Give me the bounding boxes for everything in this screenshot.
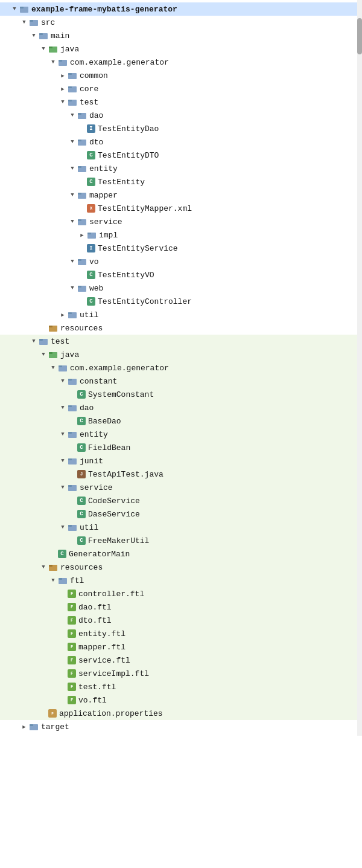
dto-arrow[interactable]: [68, 137, 77, 147]
root-arrow[interactable]: [10, 4, 19, 14]
generator-main-item[interactable]: C GeneratorMain: [0, 547, 362, 561]
constant-item[interactable]: constant: [0, 375, 362, 388]
test-entity-dao-item[interactable]: I TestEntityDao: [0, 122, 362, 135]
src-arrow[interactable]: [19, 18, 29, 27]
controller-ftl-item[interactable]: F controller.ftl: [0, 587, 362, 600]
svg-rect-27: [87, 233, 91, 234]
dao-test-item[interactable]: dao: [0, 401, 362, 414]
test-entity-item[interactable]: C TestEntity: [0, 175, 362, 188]
core-arrow[interactable]: [58, 84, 68, 94]
service-test-arrow[interactable]: [58, 483, 68, 492]
application-properties-item[interactable]: P application.properties: [0, 707, 362, 720]
resources-main-item[interactable]: resources: [0, 321, 362, 335]
src-item[interactable]: src: [0, 16, 362, 29]
web-arrow[interactable]: [68, 283, 77, 293]
service-test-item[interactable]: service: [0, 481, 362, 494]
impl-item[interactable]: impl: [0, 228, 362, 242]
dao-item[interactable]: dao: [0, 109, 362, 122]
mapper-item[interactable]: mapper: [0, 188, 362, 202]
dto-folder-icon: [77, 137, 87, 147]
java-test-arrow[interactable]: [39, 350, 48, 359]
target-arrow[interactable]: [19, 722, 29, 731]
common-arrow[interactable]: [58, 71, 68, 80]
core-item[interactable]: core: [0, 82, 362, 95]
com-example-item[interactable]: com.example.generator: [0, 56, 362, 69]
vo-ftl-item[interactable]: F vo.ftl: [0, 693, 362, 707]
code-service-item[interactable]: C CodeService: [0, 494, 362, 507]
test-api-test-item[interactable]: J TestApiTest.java: [0, 468, 362, 481]
ftl-item[interactable]: ftl: [0, 574, 362, 587]
scrollbar-thumb[interactable]: [357, 18, 362, 54]
freemaker-util-item[interactable]: C FreeMakerUtil: [0, 534, 362, 547]
scrollbar[interactable]: [357, 0, 362, 736]
com-example2-label: com.example.generator: [70, 364, 169, 373]
constant-arrow[interactable]: [58, 376, 68, 386]
generator-main-arrow: [48, 549, 58, 559]
com-example-arrow[interactable]: [48, 57, 58, 67]
test-entity-mapper-arrow: [77, 204, 87, 213]
test-entity-controller-item[interactable]: C TestEntityController: [0, 295, 362, 308]
test-ftl-arrow: [58, 682, 68, 692]
dao-test-arrow[interactable]: [58, 403, 68, 413]
test-entity-dto-icon: C: [87, 151, 95, 159]
dase-service-arrow: [68, 509, 77, 519]
entity-ftl-arrow: [58, 629, 68, 638]
mapper-arrow[interactable]: [68, 190, 77, 200]
junit-item[interactable]: junit: [0, 454, 362, 468]
entity-test-item[interactable]: entity: [0, 428, 362, 441]
util-item[interactable]: util: [0, 308, 362, 321]
freemaker-util-arrow: [68, 536, 77, 545]
test-entity-dto-item[interactable]: C TestEntityDTO: [0, 149, 362, 162]
entity-test-arrow[interactable]: [58, 429, 68, 439]
system-constant-item[interactable]: C SystemConstant: [0, 388, 362, 401]
target-item[interactable]: target: [0, 720, 362, 733]
ftl-arrow[interactable]: [48, 576, 58, 585]
test-entity-mapper-item[interactable]: X TestEntityMapper.xml: [0, 202, 362, 215]
entity-ftl-item[interactable]: F entity.ftl: [0, 627, 362, 640]
service-impl-ftl-item[interactable]: F serviceImpl.ftl: [0, 667, 362, 680]
service-ftl-item[interactable]: F service.ftl: [0, 654, 362, 667]
vo-item[interactable]: vo: [0, 255, 362, 268]
test-folder-arrow[interactable]: [58, 97, 68, 107]
util-arrow[interactable]: [58, 310, 68, 320]
java-test-item[interactable]: java: [0, 348, 362, 361]
test-src-item[interactable]: test: [0, 335, 362, 348]
resources-test-arrow[interactable]: [39, 562, 48, 572]
dao-ftl-item[interactable]: F dao.ftl: [0, 600, 362, 614]
vo-arrow[interactable]: [68, 257, 77, 266]
base-dao-item[interactable]: C BaseDao: [0, 414, 362, 428]
ftl-folder-icon: [58, 576, 68, 585]
dto-item[interactable]: dto: [0, 135, 362, 149]
dto-ftl-item[interactable]: F dto.ftl: [0, 614, 362, 627]
web-item[interactable]: web: [0, 281, 362, 295]
test-src-arrow[interactable]: [29, 336, 39, 346]
service-item[interactable]: service: [0, 215, 362, 228]
dase-service-item[interactable]: C DaseService: [0, 507, 362, 521]
resources-test-item[interactable]: resources: [0, 561, 362, 574]
util-test-arrow[interactable]: [58, 522, 68, 532]
dao-arrow[interactable]: [68, 111, 77, 120]
test-folder-item[interactable]: test: [0, 95, 362, 109]
test-entity-service-item[interactable]: I TestEntityService: [0, 242, 362, 255]
common-item[interactable]: common: [0, 69, 362, 82]
mapper-ftl-item[interactable]: F mapper.ftl: [0, 640, 362, 654]
util-test-item[interactable]: util: [0, 521, 362, 534]
test-ftl-item[interactable]: F test.ftl: [0, 680, 362, 693]
dto-ftl-icon: F: [68, 616, 76, 625]
impl-arrow[interactable]: [77, 230, 87, 240]
entity-arrow[interactable]: [68, 164, 77, 173]
main-item[interactable]: main: [0, 29, 362, 42]
junit-arrow[interactable]: [58, 456, 68, 466]
main-arrow[interactable]: [29, 31, 39, 40]
entity-item[interactable]: entity: [0, 162, 362, 175]
test-entity-vo-item[interactable]: C TestEntityVO: [0, 268, 362, 281]
java-main-item[interactable]: java: [0, 42, 362, 56]
tree-root-item[interactable]: example-frame-mybatis-generator: [0, 2, 362, 16]
service-arrow[interactable]: [68, 217, 77, 227]
java-main-arrow[interactable]: [39, 44, 48, 54]
junit-label: junit: [80, 457, 103, 466]
com-example2-item[interactable]: com.example.generator: [0, 361, 362, 375]
com-example2-arrow[interactable]: [48, 363, 58, 373]
field-bean-item[interactable]: C FieldBean: [0, 441, 362, 454]
entity-folder-icon: [77, 164, 87, 173]
